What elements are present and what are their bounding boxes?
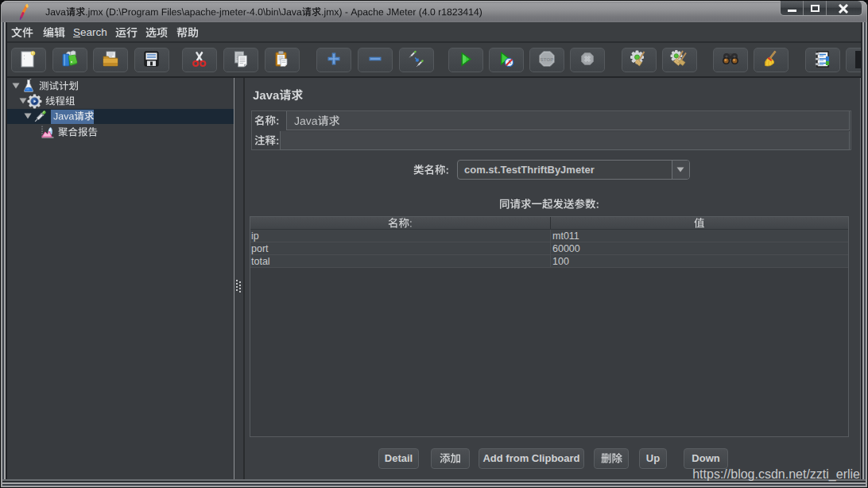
svg-text:STOP: STOP <box>540 57 553 62</box>
